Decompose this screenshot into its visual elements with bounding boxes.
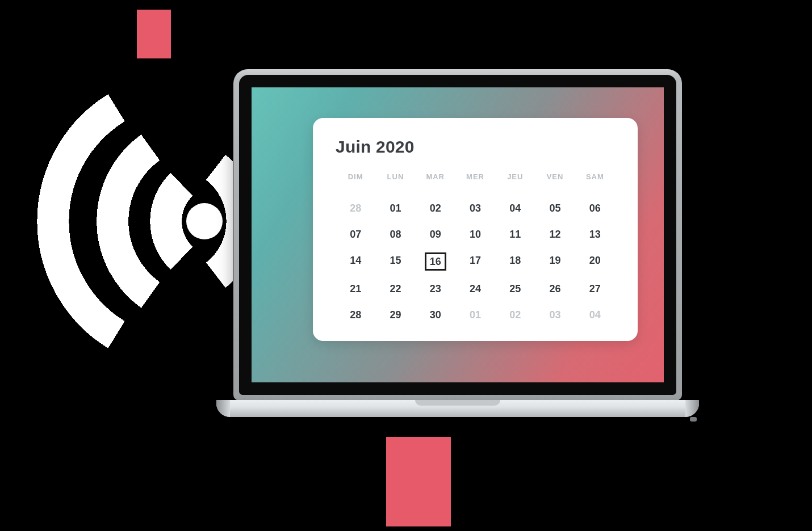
calendar-day[interactable]: 03 xyxy=(535,307,575,323)
calendar-day[interactable]: 02 xyxy=(416,200,455,216)
calendar-day-number: 20 xyxy=(587,252,604,268)
calendar-day[interactable]: 09 xyxy=(416,226,455,242)
calendar-day-number: 17 xyxy=(467,252,484,268)
calendar-day[interactable]: 05 xyxy=(535,200,575,216)
broadcast-icon xyxy=(17,74,233,369)
calendar-day[interactable]: 07 xyxy=(336,226,375,242)
calendar-day[interactable]: 13 xyxy=(575,226,615,242)
calendar-day-number: 21 xyxy=(347,281,364,297)
calendar-day-number: 04 xyxy=(507,200,524,216)
calendar-day-number: 28 xyxy=(347,200,364,216)
calendar-day-number: 14 xyxy=(347,252,364,268)
weekday-label: SAM xyxy=(575,172,615,181)
calendar-day-number: 29 xyxy=(387,307,404,323)
calendar-day-number: 05 xyxy=(547,200,564,216)
calendar-day[interactable]: 28 xyxy=(336,307,375,323)
calendar-day-number: 12 xyxy=(547,226,564,242)
calendar-day-number: 10 xyxy=(467,226,484,242)
calendar-day[interactable]: 06 xyxy=(575,200,615,216)
calendar-grid: 2801020304050607080910111213141516171819… xyxy=(336,200,615,323)
weekday-label: MER xyxy=(455,172,495,181)
weekday-label: JEU xyxy=(495,172,535,181)
calendar-day[interactable]: 29 xyxy=(375,307,415,323)
accent-square-bottom xyxy=(386,437,451,526)
laptop-base xyxy=(216,400,699,417)
calendar-day-number: 13 xyxy=(587,226,604,242)
calendar-day[interactable]: 25 xyxy=(495,281,535,297)
accent-square-top xyxy=(137,10,171,58)
calendar-title: Juin 2020 xyxy=(336,137,615,157)
calendar-day-number: 01 xyxy=(467,307,484,323)
laptop-base-edge xyxy=(216,400,230,417)
laptop-screen: Juin 2020 DIM LUN MAR MER JEU VEN SAM 28… xyxy=(252,87,664,382)
calendar-day[interactable]: 03 xyxy=(455,200,495,216)
calendar-day-number: 24 xyxy=(467,281,484,297)
calendar-day-number: 23 xyxy=(427,281,444,297)
calendar-day-number: 28 xyxy=(347,307,364,323)
calendar-day[interactable]: 02 xyxy=(495,307,535,323)
calendar-day[interactable]: 19 xyxy=(535,252,575,271)
calendar-day[interactable]: 27 xyxy=(575,281,615,297)
calendar-day[interactable]: 01 xyxy=(375,200,415,216)
calendar-day[interactable]: 22 xyxy=(375,281,415,297)
calendar-day[interactable]: 18 xyxy=(495,252,535,271)
calendar-day-number: 26 xyxy=(547,281,564,297)
calendar-day-number: 27 xyxy=(587,281,604,297)
calendar-day[interactable]: 30 xyxy=(416,307,455,323)
weekday-label: VEN xyxy=(535,172,575,181)
calendar-day-number: 09 xyxy=(427,226,444,242)
calendar-day-number: 08 xyxy=(387,226,404,242)
calendar-day[interactable]: 04 xyxy=(495,200,535,216)
calendar-day-number: 03 xyxy=(467,200,484,216)
laptop-foot xyxy=(690,417,697,422)
calendar-day[interactable]: 28 xyxy=(336,200,375,216)
weekday-label: LUN xyxy=(375,172,415,181)
laptop-base-edge xyxy=(685,400,699,417)
laptop-lid: Juin 2020 DIM LUN MAR MER JEU VEN SAM 28… xyxy=(233,69,682,401)
calendar-day-number: 02 xyxy=(427,200,444,216)
calendar-day-number: 30 xyxy=(427,307,444,323)
calendar-day-number: 02 xyxy=(507,307,524,323)
calendar-day[interactable]: 23 xyxy=(416,281,455,297)
calendar-day-number: 18 xyxy=(507,252,524,268)
calendar-day-number: 07 xyxy=(347,226,364,242)
calendar-day[interactable]: 21 xyxy=(336,281,375,297)
calendar-day[interactable]: 26 xyxy=(535,281,575,297)
calendar-day[interactable]: 08 xyxy=(375,226,415,242)
weekday-label: DIM xyxy=(336,172,375,181)
calendar-day[interactable]: 14 xyxy=(336,252,375,271)
calendar-day-number: 22 xyxy=(387,281,404,297)
calendar-day[interactable]: 20 xyxy=(575,252,615,271)
calendar-day[interactable]: 10 xyxy=(455,226,495,242)
calendar-card: Juin 2020 DIM LUN MAR MER JEU VEN SAM 28… xyxy=(313,118,638,341)
calendar-day-number: 01 xyxy=(387,200,404,216)
calendar-day-number: 04 xyxy=(587,307,604,323)
calendar-day-selected[interactable]: 16 xyxy=(416,252,455,271)
calendar-day[interactable]: 12 xyxy=(535,226,575,242)
calendar-day[interactable]: 24 xyxy=(455,281,495,297)
calendar-day-number: 03 xyxy=(547,307,564,323)
calendar-day[interactable]: 11 xyxy=(495,226,535,242)
calendar-day-number: 19 xyxy=(547,252,564,268)
laptop-illustration: Juin 2020 DIM LUN MAR MER JEU VEN SAM 28… xyxy=(216,69,699,449)
calendar-day[interactable]: 04 xyxy=(575,307,615,323)
calendar-day[interactable]: 01 xyxy=(455,307,495,323)
calendar-day-number: 15 xyxy=(387,252,404,268)
calendar-day-number: 16 xyxy=(425,252,446,271)
calendar-weekday-row: DIM LUN MAR MER JEU VEN SAM xyxy=(336,172,615,181)
calendar-day[interactable]: 17 xyxy=(455,252,495,271)
calendar-day-number: 06 xyxy=(587,200,604,216)
weekday-label: MAR xyxy=(416,172,455,181)
calendar-day[interactable]: 15 xyxy=(375,252,415,271)
calendar-day-number: 11 xyxy=(507,226,524,242)
calendar-day-number: 25 xyxy=(507,281,524,297)
laptop-bezel: Juin 2020 DIM LUN MAR MER JEU VEN SAM 28… xyxy=(239,75,676,395)
